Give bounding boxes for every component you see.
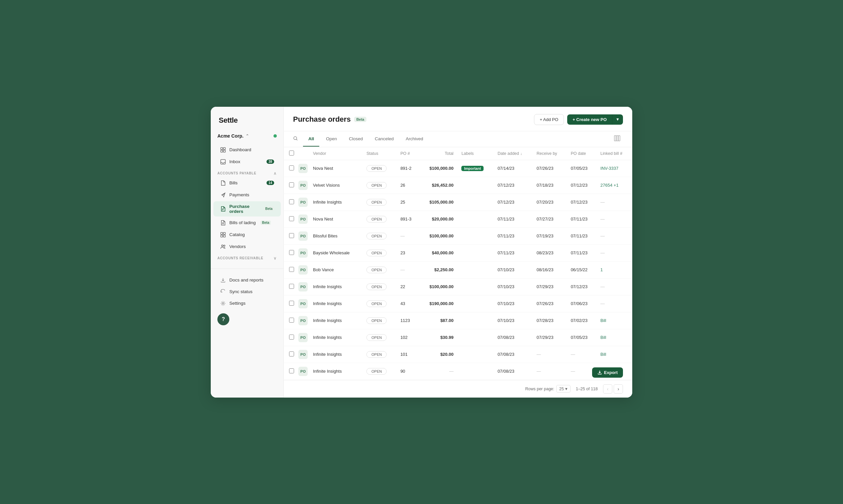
po-icon: PO [298,181,308,190]
select-all-header[interactable] [284,147,297,160]
tab-all[interactable]: All [303,132,319,147]
search-icon[interactable] [293,131,302,147]
po-icon: PO [298,231,308,241]
sidebar-item-settings[interactable]: Settings [213,298,281,309]
sidebar-item-dashboard[interactable]: Dashboard [213,144,281,156]
table-row[interactable]: PO Infinite Insights OPEN 43 $190,000.00… [284,295,632,312]
refresh-icon [220,289,226,295]
table-row[interactable]: PO Infinite Insights OPEN 25 $105,000.00… [284,194,632,211]
row-checkbox-cell[interactable] [284,177,297,194]
create-po-dropdown[interactable]: ▼ [612,114,623,124]
po-num-cell: 23 [396,245,419,261]
row-checkbox[interactable] [289,318,294,323]
create-po-main[interactable]: + Create new PO [567,114,612,125]
total-cell: $20,000.00 [419,211,457,228]
total-cell: $105,000.00 [419,194,457,211]
linked-bill-cell: Bill [597,312,632,329]
row-checkbox[interactable] [289,250,294,255]
sidebar-item-docs-reports[interactable]: Docs and reports [213,274,281,286]
status-cell: OPEN [362,295,396,312]
row-checkbox[interactable] [289,284,294,289]
receive-by-cell: 07/27/23 [533,211,567,228]
row-checkbox[interactable] [289,233,294,238]
date-added-cell: 07/11/23 [494,245,533,261]
date-added-col-header[interactable]: Date added ↓ [494,147,533,160]
table-row[interactable]: PO Nova Nest OPEN 891-2 $100,000.00 Impo… [284,160,632,177]
svg-point-13 [222,245,223,246]
sidebar-item-purchase-orders[interactable]: Purchase orders Beta [213,201,281,217]
row-checkbox[interactable] [289,267,294,272]
export-button[interactable]: Export [592,367,623,378]
sidebar-item-label: Settings [229,301,246,306]
main-header: Purchase orders Beta + Add PO + Create n… [284,107,632,131]
tab-open[interactable]: Open [321,132,342,147]
rows-per-page-select[interactable]: 25 ▾ [556,385,570,393]
table-row[interactable]: PO Velvet Visions OPEN 26 $26,452.00 07/… [284,177,632,194]
table-row[interactable]: PO Infinite Insights OPEN 102 $30.99 07/… [284,329,632,346]
table-row[interactable]: PO Infinite Insights OPEN 1123 $87.00 07… [284,312,632,329]
status-badge: OPEN [366,317,386,324]
row-checkbox[interactable] [289,352,294,357]
labels-cell [457,228,494,245]
column-toggle-button[interactable] [611,132,623,146]
sidebar-item-label: Docs and reports [229,277,263,283]
row-checkbox-cell[interactable] [284,194,297,211]
row-checkbox[interactable] [289,182,294,187]
tab-canceled[interactable]: Canceled [369,132,399,147]
po-icon: PO [298,333,308,342]
add-po-button[interactable]: + Add PO [534,114,564,125]
row-checkbox[interactable] [289,335,294,340]
sidebar-item-catalog[interactable]: Catalog [213,229,281,240]
sidebar-item-payments[interactable]: Payments [213,189,281,201]
sidebar-item-inbox[interactable]: Inbox 38 [213,156,281,167]
labels-cell [457,177,494,194]
row-checkbox-cell[interactable] [284,363,297,380]
table-row[interactable]: PO Infinite Insights OPEN 101 $20.00 07/… [284,346,632,363]
row-checkbox-cell[interactable] [284,160,297,177]
company-selector[interactable]: Acme Corp. ⌃ [211,131,283,144]
total-cell: $30.99 [419,329,457,346]
status-badge: OPEN [366,334,386,341]
table-row[interactable]: PO Bayside Wholesale OPEN 23 $40,000.00 … [284,245,632,261]
row-checkbox-cell[interactable] [284,312,297,329]
table-row[interactable]: PO Nova Nest OPEN 891-3 $20,000.00 07/11… [284,211,632,228]
po-date-cell: 07/11/23 [567,228,597,245]
tab-archived[interactable]: Archived [400,132,429,147]
linked-bill-cell: 1 [597,261,632,278]
table-row[interactable]: PO Blissful Bites OPEN — $100,000.00 07/… [284,228,632,245]
row-checkbox-cell[interactable] [284,346,297,363]
table-row[interactable]: PO Infinite Insights OPEN 90 — 07/08/23 … [284,363,632,380]
row-checkbox-cell[interactable] [284,261,297,278]
vendor-cell: Infinite Insights [309,194,362,211]
po-icon: PO [298,282,308,291]
sidebar-item-sync-status[interactable]: Sync status [213,286,281,298]
create-new-po-button[interactable]: + Create new PO ▼ [567,114,623,125]
vendor-col-header: Vendor [309,147,362,160]
pagination-next-button[interactable]: › [614,384,623,394]
linked-bill-cell: Bill [597,329,632,346]
pagination-bar: Rows per page: 25 ▾ 1–25 of 118 ‹ › [284,380,632,398]
row-checkbox-cell[interactable] [284,211,297,228]
table-row[interactable]: PO Infinite Insights OPEN 22 $100,000.00… [284,278,632,295]
row-checkbox-cell[interactable] [284,245,297,261]
help-button[interactable]: ? [218,313,229,325]
labels-cell [457,245,494,261]
row-checkbox[interactable] [289,368,294,373]
po-icon-cell: PO [297,211,309,228]
sidebar-item-bills[interactable]: Bills 14 [213,177,281,189]
sidebar-item-bills-of-lading[interactable]: Bills of lading Beta [213,217,281,229]
row-checkbox[interactable] [289,301,294,306]
row-checkbox[interactable] [289,216,294,221]
row-checkbox-cell[interactable] [284,278,297,295]
row-checkbox[interactable] [289,199,294,204]
tab-closed[interactable]: Closed [344,132,368,147]
bol-beta-badge: Beta [260,220,271,225]
table-row[interactable]: PO Bob Vance OPEN — $2,250.00 07/10/23 0… [284,261,632,278]
row-checkbox-cell[interactable] [284,228,297,245]
row-checkbox-cell[interactable] [284,295,297,312]
row-checkbox-cell[interactable] [284,329,297,346]
select-all-checkbox[interactable] [289,150,294,156]
row-checkbox[interactable] [289,165,294,170]
sidebar-item-vendors[interactable]: Vendors [213,241,281,252]
pagination-prev-button[interactable]: ‹ [603,384,612,394]
